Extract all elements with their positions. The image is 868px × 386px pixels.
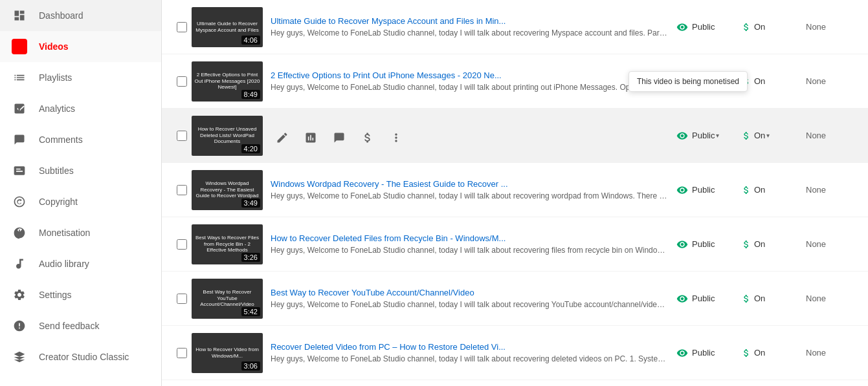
sidebar-item-subtitles[interactable]: Subtitles bbox=[0, 155, 161, 186]
duration-4: 3:49 bbox=[241, 198, 260, 208]
title-col-7: Recover Deleted Video from PC – How to R… bbox=[271, 342, 669, 363]
monetize-text-3: On bbox=[754, 131, 765, 140]
title-col-5: How to Recover Deleted Files from Recycl… bbox=[271, 233, 669, 255]
monetize-action-icon[interactable] bbox=[356, 126, 379, 149]
restrictions-col-2: None bbox=[806, 76, 858, 86]
monetize-text-7: On bbox=[754, 348, 765, 358]
video-desc-7: Hey guys, Welcome to FoneLab Studio chan… bbox=[271, 354, 669, 363]
duration-1: 4:06 bbox=[241, 36, 260, 45]
sidebar: Dashboard Videos Playlists Analytics Com… bbox=[0, 0, 162, 386]
analytics-action-icon[interactable] bbox=[299, 126, 322, 149]
monetize-col-1: On bbox=[741, 22, 806, 32]
sidebar-item-settings[interactable]: Settings bbox=[0, 279, 161, 310]
thumbnail-2[interactable]: 2 Effective Options to Print Out iPhone … bbox=[192, 61, 263, 102]
monetize-text-1: On bbox=[754, 22, 765, 32]
row-checkbox-1[interactable] bbox=[172, 22, 192, 32]
dashboard-label: Dashboard bbox=[39, 10, 83, 21]
comments-action-icon[interactable] bbox=[328, 126, 351, 149]
restrictions-text-5: None bbox=[806, 239, 826, 249]
visibility-text-1: Public bbox=[692, 22, 715, 32]
row-checkbox-5[interactable] bbox=[172, 239, 192, 250]
video-title-1[interactable]: Ultimate Guide to Recover Myspace Accoun… bbox=[271, 16, 669, 26]
checkbox-input[interactable] bbox=[177, 348, 187, 358]
visibility-text-6: Public bbox=[692, 294, 715, 303]
table-row: Ultimate Guide to Recover Myspace Accoun… bbox=[162, 0, 868, 54]
checkbox-input[interactable] bbox=[177, 294, 187, 304]
video-title-7[interactable]: Recover Deleted Video from PC – How to R… bbox=[271, 342, 669, 352]
thumbnail-6[interactable]: Best Way to Recover YouTube Account/Chan… bbox=[192, 279, 263, 319]
row-checkbox-6[interactable] bbox=[172, 294, 192, 304]
more-action-icon[interactable] bbox=[384, 126, 408, 149]
table-row: Windows Wordpad Recovery - The Easiest G… bbox=[162, 163, 868, 217]
analytics-icon bbox=[10, 102, 28, 115]
sidebar-item-creator-studio[interactable]: Creator Studio Classic bbox=[0, 341, 161, 372]
checkbox-input[interactable] bbox=[177, 22, 187, 32]
comments-label: Comments bbox=[39, 134, 83, 145]
thumbnail-3[interactable]: How to Recover Unsaved Deleted Lists! Wo… bbox=[192, 116, 263, 156]
sidebar-item-comments[interactable]: Comments bbox=[0, 124, 161, 155]
sidebar-item-copyright[interactable]: Copyright bbox=[0, 186, 161, 217]
monetize-text-4: On bbox=[754, 185, 765, 195]
edit-icon[interactable] bbox=[271, 126, 294, 149]
sidebar-item-send-feedback[interactable]: Send feedback bbox=[0, 310, 161, 341]
restrictions-col-3: None bbox=[806, 131, 858, 140]
row-checkbox-3[interactable] bbox=[172, 131, 192, 141]
sidebar-item-audio-library[interactable]: Audio library bbox=[0, 248, 161, 279]
thumbnail-4[interactable]: Windows Wordpad Recovery - The Easiest G… bbox=[192, 170, 263, 210]
sidebar-item-videos[interactable]: Videos bbox=[0, 31, 161, 62]
restrictions-text-2: None bbox=[806, 76, 826, 86]
thumbnail-7[interactable]: How to Recover Video from Windows/M... 3… bbox=[192, 333, 263, 373]
sidebar-item-monetisation[interactable]: Monetisation bbox=[0, 217, 161, 248]
thumbnail-1[interactable]: Ultimate Guide to Recover Myspace Accoun… bbox=[192, 7, 263, 47]
duration-5: 3:26 bbox=[241, 253, 260, 262]
visibility-text-5: Public bbox=[692, 239, 715, 249]
restrictions-text-1: None bbox=[806, 22, 826, 32]
video-desc-4: Hey guys, Welcome to FoneLab Studio chan… bbox=[271, 191, 669, 200]
video-title-5[interactable]: How to Recover Deleted Files from Recycl… bbox=[271, 233, 669, 243]
checkbox-input[interactable] bbox=[177, 239, 187, 250]
checkbox-input[interactable] bbox=[177, 76, 187, 87]
duration-3: 4:20 bbox=[241, 144, 260, 153]
eye-icon-1 bbox=[676, 21, 688, 33]
sidebar-item-analytics[interactable]: Analytics bbox=[0, 93, 161, 124]
video-title-2[interactable]: 2 Effective Options to Print Out iPhone … bbox=[271, 70, 669, 80]
monetise-tooltip: This video is being monetised bbox=[629, 71, 748, 92]
restrictions-col-5: None bbox=[806, 239, 858, 249]
duration-6: 5:42 bbox=[241, 307, 260, 316]
thumbnail-5[interactable]: Best Ways to Recover Files from Recycle … bbox=[192, 224, 263, 264]
dollar-icon-4 bbox=[741, 185, 751, 195]
monetisation-label: Monetisation bbox=[39, 228, 90, 238]
table-row: Best Way to Recover YouTube Account/Chan… bbox=[162, 272, 868, 326]
row-checkbox-7[interactable] bbox=[172, 348, 192, 358]
chevron-down-icon-monetize-3: ▾ bbox=[766, 132, 770, 139]
row-checkbox-4[interactable] bbox=[172, 185, 192, 195]
row-checkbox-2[interactable] bbox=[172, 76, 192, 87]
checkbox-input[interactable] bbox=[177, 131, 187, 141]
comments-icon bbox=[10, 133, 28, 146]
video-desc-2: Hey guys, Welcome to FoneLab Studio chan… bbox=[271, 83, 669, 92]
dollar-icon-5 bbox=[741, 239, 751, 250]
sidebar-item-playlists[interactable]: Playlists bbox=[0, 62, 161, 93]
settings-label: Settings bbox=[39, 290, 72, 300]
video-title-6[interactable]: Best Way to Recover YouTube Account/Chan… bbox=[271, 288, 669, 297]
title-col-3 bbox=[271, 122, 669, 149]
restrictions-col-7: None bbox=[806, 348, 858, 358]
sidebar-item-dashboard[interactable]: Dashboard bbox=[0, 0, 161, 31]
checkbox-input[interactable] bbox=[177, 185, 187, 195]
feedback-icon bbox=[10, 319, 28, 332]
visibility-col-7: Public bbox=[676, 347, 741, 359]
dollar-icon-7 bbox=[741, 348, 751, 358]
creator-studio-icon bbox=[10, 350, 28, 363]
subtitles-label: Subtitles bbox=[39, 166, 74, 176]
visibility-dropdown-3[interactable]: Public ▾ bbox=[692, 131, 719, 140]
video-title-4[interactable]: Windows Wordpad Recovery - The Easiest G… bbox=[271, 179, 669, 189]
monetize-dropdown-3[interactable]: On ▾ bbox=[754, 131, 770, 140]
creator-studio-label: Creator Studio Classic bbox=[39, 352, 129, 362]
copyright-label: Copyright bbox=[39, 197, 78, 207]
visibility-text-7: Public bbox=[692, 348, 715, 358]
restrictions-text-7: None bbox=[806, 348, 826, 358]
visibility-col-3[interactable]: Public ▾ bbox=[676, 130, 741, 142]
audio-library-label: Audio library bbox=[39, 259, 89, 269]
action-icons-row bbox=[271, 126, 669, 149]
monetize-col-4: On bbox=[741, 185, 806, 195]
